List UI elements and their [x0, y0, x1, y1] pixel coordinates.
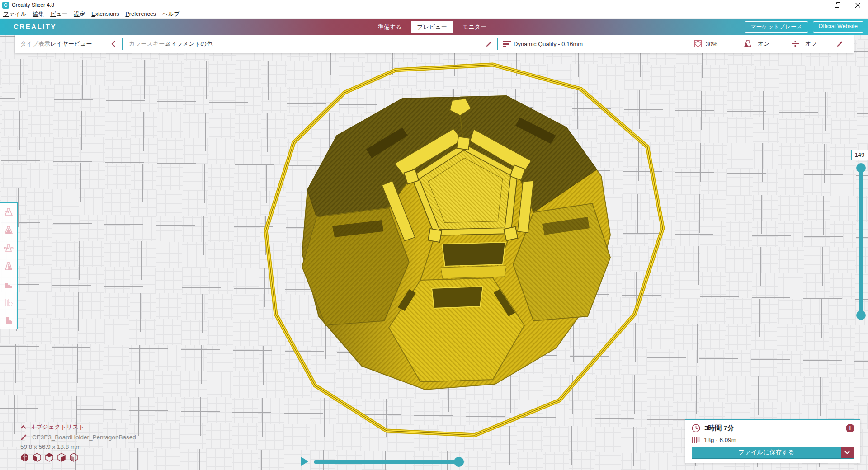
model-ball[interactable] — [302, 96, 610, 390]
play-icon[interactable] — [301, 457, 308, 466]
object-list-panel: オブジェクトリスト CE3E3_BoardHolder_PentagonBase… — [20, 423, 136, 462]
tool-scale-button[interactable] — [0, 221, 18, 239]
clock-icon — [692, 424, 700, 432]
filament-usage-icon — [692, 436, 700, 444]
chevron-left-icon[interactable] — [111, 34, 115, 53]
chevron-up-icon — [20, 425, 26, 429]
divider — [122, 38, 123, 50]
save-options-dropdown[interactable] — [841, 447, 854, 458]
marketplace-button[interactable]: マーケットプレース — [745, 21, 808, 33]
view-left-icon[interactable] — [57, 453, 66, 462]
tool-mirror-button[interactable] — [0, 257, 18, 275]
minimize-icon[interactable] — [807, 0, 827, 10]
edit-pencil-icon[interactable] — [486, 34, 492, 53]
material-usage: 18g · 6.09m — [704, 437, 736, 443]
menu-edit[interactable]: 編集 — [29, 10, 47, 18]
adhesion-value: オフ — [805, 40, 817, 48]
quality-value: Dynamic Quality - 0.16mm — [514, 41, 583, 47]
tab-preview[interactable]: プレビュー — [411, 21, 453, 33]
view-top-icon[interactable] — [45, 453, 54, 462]
object-dimensions: 59.8 x 56.9 x 18.8 mm — [20, 443, 81, 450]
divider — [497, 38, 498, 50]
menu-view[interactable]: ビュー — [47, 10, 71, 18]
restore-icon[interactable] — [827, 0, 848, 10]
tab-prepare[interactable]: 準備する — [372, 21, 408, 33]
tool-rotate-button[interactable] — [0, 239, 18, 257]
adhesion-icon — [792, 34, 799, 53]
info-icon[interactable]: i — [846, 424, 854, 432]
window-title: Creality Slicer 4.8 — [12, 2, 54, 8]
path-slider-track[interactable] — [314, 460, 461, 464]
tool-move-button[interactable] — [0, 202, 18, 221]
save-button-label: ファイルに保存する — [692, 447, 841, 458]
tab-monitor[interactable]: モニター — [456, 21, 493, 33]
layer-slider-track[interactable] — [859, 165, 863, 317]
menu-extensions[interactable]: Extensions — [88, 11, 122, 17]
layer-slider-bottom-handle[interactable] — [856, 310, 866, 320]
view-type-label: タイプ表示 — [20, 40, 50, 48]
edit-pencil-icon[interactable] — [20, 434, 27, 441]
color-scheme-value[interactable]: フィラメントの色 — [165, 40, 212, 48]
camera-view-buttons — [20, 453, 136, 462]
layer-slider-top-handle[interactable] — [856, 163, 866, 173]
menu-help[interactable]: ヘルプ — [159, 10, 183, 18]
print-summary-panel: 3時間 7分 i 18g · 6.09m ファイルに保存する — [685, 419, 860, 463]
object-list-header[interactable]: オブジェクトリスト — [20, 423, 136, 431]
menu-preferences[interactable]: Preferences — [122, 11, 159, 17]
stage-tabs: 準備する プレビュー モニター — [372, 21, 493, 33]
edit-pencil-icon[interactable] — [837, 34, 843, 53]
preview-settings-bar: タイプ表示 レイヤービュー カラースキーム フィラメントの色 Dynamic Q… — [15, 34, 854, 53]
viewport-3d[interactable] — [0, 19, 868, 470]
view-right-icon[interactable] — [69, 453, 78, 462]
official-website-button[interactable]: Official Website — [813, 21, 863, 33]
layer-quality-icon — [503, 34, 511, 53]
object-name[interactable]: CE3E3_BoardHolder_PentagonBased — [32, 434, 136, 441]
tool-per-model-settings-button[interactable] — [0, 275, 18, 293]
path-slider-handle[interactable] — [454, 457, 464, 467]
chevron-down-icon — [844, 451, 850, 454]
object-list-title: オブジェクトリスト — [30, 423, 85, 431]
left-toolbar — [0, 203, 18, 329]
layer-number-value: 149 — [855, 151, 865, 158]
infill-icon — [694, 34, 702, 53]
titlebar: C Creality Slicer 4.8 — [0, 0, 868, 10]
close-icon[interactable] — [848, 0, 868, 10]
view-type-value[interactable]: レイヤービュー — [50, 40, 92, 48]
support-icon — [744, 34, 751, 53]
save-to-file-button[interactable]: ファイルに保存する — [692, 447, 854, 459]
menubar: ファイル 編集 ビュー 設定 Extensions Preferences ヘル… — [0, 10, 868, 19]
sliced-model-scene — [0, 19, 868, 470]
brand-header: CREALITY 準備する プレビュー モニター マーケットプレース Offic… — [0, 19, 868, 35]
layer-number-box[interactable]: 149 — [851, 150, 868, 160]
print-time: 3時間 7分 — [704, 424, 734, 432]
creality-logo: CREALITY — [14, 23, 57, 30]
menu-file[interactable]: ファイル — [0, 10, 29, 18]
view-front-icon[interactable] — [33, 453, 42, 462]
menu-settings[interactable]: 設定 — [71, 10, 88, 18]
tool-mesh-fix-button[interactable] — [0, 311, 18, 329]
view-3d-icon[interactable] — [20, 453, 29, 462]
tool-support-blocker-button[interactable] — [0, 293, 18, 311]
support-value: オン — [758, 40, 770, 48]
infill-value: 30% — [706, 41, 717, 47]
app-logo-icon: C — [2, 2, 9, 9]
